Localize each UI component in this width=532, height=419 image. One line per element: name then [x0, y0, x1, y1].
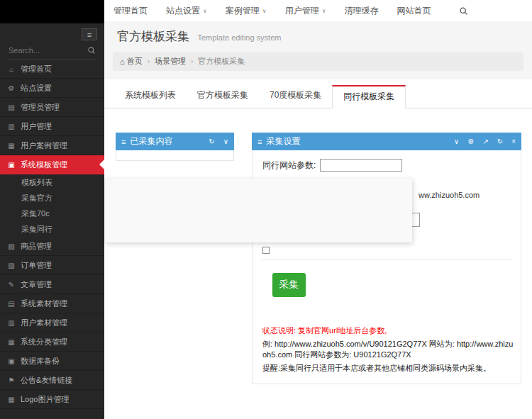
blank-overlay	[105, 179, 412, 242]
list-icon: ≡	[257, 138, 262, 146]
refresh-icon[interactable]: ↻	[497, 138, 503, 145]
gear-icon: ⚙	[7, 84, 16, 92]
breadcrumb: ⌂ 首页 › 场景管理 › 官方模板采集	[113, 52, 523, 71]
tab-system-template-list[interactable]: 系统模板列表	[114, 85, 187, 108]
hamburger-icon[interactable]: ≡	[82, 28, 97, 40]
sidebar-item-label: 用户案例管理	[21, 140, 67, 151]
sidebar-item-label: 订单管理	[21, 260, 52, 271]
chevron-down-icon[interactable]: ∨	[454, 138, 459, 145]
sidebar-item-admin-management[interactable]: ▤ 管理员管理	[0, 98, 104, 117]
sidebar-search	[7, 44, 97, 60]
collect-button[interactable]: 采集	[272, 273, 306, 297]
edit-icon: ✎	[7, 281, 16, 289]
settings-panel-title: 采集设置	[266, 135, 445, 147]
breadcrumb-home[interactable]: ⌂ 首页	[120, 56, 143, 67]
peer-param-input[interactable]	[320, 159, 402, 172]
topbar-item-admin-home[interactable]: 管理首页	[104, 0, 157, 21]
topbar-item-user-management[interactable]: 用户管理 ∨	[276, 0, 336, 21]
divider	[261, 259, 512, 259]
close-icon[interactable]: ×	[511, 138, 516, 145]
refresh-icon[interactable]: ↻	[209, 138, 214, 145]
templates-icon: ▣	[7, 161, 16, 169]
sidebar-menu: ⌂ 管理首页 ⚙ 站点设置 ▤ 管理员管理 ▥ 用户管理 ▦ 用户案例管理 ▣ …	[0, 60, 104, 409]
users-icon: ▥	[7, 123, 16, 130]
status-note: 状态说明: 复制官网url地址后台参数,	[262, 325, 387, 336]
chevron-down-icon[interactable]: ∨	[223, 138, 228, 145]
page-header: 官方模板采集 Template editing system ⌂ 首页 › 场景…	[104, 21, 532, 79]
example-text: 例: http://www.zhizuoh5.com/v/U90121G2Q77…	[262, 339, 514, 360]
orders-icon: ▨	[7, 262, 16, 269]
sidebar-item-logo[interactable]: ▦ Logo图片管理	[0, 390, 104, 409]
submenu-item-label: 模板列表	[21, 177, 52, 188]
collected-panel-header: ≡ 已采集内容 ↻ ∨	[116, 133, 234, 150]
page-subtitle: Template editing system	[197, 33, 281, 42]
sidebar-item-label: 系统分类管理	[21, 337, 67, 347]
sidebar-item-categories[interactable]: ▦ 系统分类管理	[0, 333, 104, 352]
breadcrumb-scene-management[interactable]: 场景管理	[155, 56, 186, 67]
goods-icon: ▧	[7, 242, 16, 250]
settings-panel: ≡ 采集设置 ∨ ⚙ ↗ ↻ × 同行网站参数: ww.zhizuoh5.com	[252, 133, 521, 384]
topbar: 管理首页 站点设置 ∨ 案例管理 ∨ 用户管理 ∨ 清理缓存 网站首页	[104, 0, 532, 21]
sidebar-item-user-management[interactable]: ▥ 用户管理	[0, 117, 104, 136]
database-icon: ▣	[7, 357, 16, 365]
sidebar-item-label: 管理首页	[21, 64, 52, 74]
topbar-item-clear-cache[interactable]: 清理缓存	[336, 0, 388, 21]
option-checkbox[interactable]	[262, 247, 270, 254]
submenu-item-collect-peer[interactable]: 采集同行	[0, 221, 104, 237]
submenu-item-label: 采集同行	[21, 224, 52, 235]
collected-panel-title: 已采集内容	[130, 135, 200, 147]
topbar-item-label: 站点设置	[166, 5, 200, 17]
sidebar-item-articles[interactable]: ✎ 文章管理	[0, 275, 104, 294]
home-icon: ⌂	[120, 57, 125, 66]
sidebar-item-label: 用户素材管理	[21, 318, 67, 328]
sidebar-item-announcements[interactable]: ⚑ 公告&友情链接	[0, 371, 104, 390]
submenu-item-label: 采集官方	[21, 193, 52, 203]
tab-peer-collect[interactable]: 同行模板采集	[332, 85, 406, 108]
sidebar-item-label: 站点设置	[21, 83, 52, 94]
topbar-item-label: 案例管理	[226, 5, 260, 17]
gear-icon[interactable]: ⚙	[467, 138, 474, 145]
topbar-item-case-management[interactable]: 案例管理 ∨	[216, 0, 276, 21]
submenu-item-collect-70c[interactable]: 采集70c	[0, 206, 104, 221]
sidebar-item-orders[interactable]: ▨ 订单管理	[0, 256, 104, 275]
collected-panel: ≡ 已采集内容 ↻ ∨	[116, 133, 234, 161]
topbar-item-site-settings[interactable]: 站点设置 ∨	[157, 0, 216, 21]
sidebar-item-db-backup[interactable]: ▣ 数据库备份	[0, 352, 104, 371]
sidebar-item-home[interactable]: ⌂ 管理首页	[0, 60, 104, 79]
sidebar: ≡ ⌂ 管理首页 ⚙ 站点设置 ▤ 管理员管理 ▥ 用户管理 ▦ 用户案例管理	[0, 0, 104, 419]
breadcrumb-label: 首页	[127, 56, 143, 67]
image-icon: ▦	[7, 396, 16, 403]
sidebar-item-label: Logo图片管理	[21, 394, 69, 405]
sidebar-item-user-assets[interactable]: ▥ 用户素材管理	[0, 313, 104, 333]
sidebar-item-label: 商品管理	[21, 241, 52, 252]
breadcrumb-separator: ›	[148, 57, 150, 65]
categories-icon: ▦	[7, 338, 16, 346]
tab-strip: 系统模板列表 官方模板采集 70度模板采集 同行模板采集	[104, 79, 532, 108]
tab-70-collect[interactable]: 70度模板采集	[259, 85, 332, 108]
sidebar-item-label: 系统素材管理	[21, 298, 67, 309]
url-text-fragment: ww.zhizuoh5.com	[419, 191, 480, 199]
sidebar-search-input[interactable]	[9, 46, 87, 55]
sidebar-item-label: 用户管理	[21, 121, 52, 132]
chevron-down-icon: ∨	[322, 8, 326, 14]
content-card: 系统模板列表 官方模板采集 70度模板采集 同行模板采集 ≡ 已采集内容 ↻ ∨…	[104, 79, 532, 419]
sidebar-item-goods[interactable]: ▧ 商品管理	[0, 237, 104, 256]
sidebar-item-system-templates[interactable]: ▣ 系统模板管理	[0, 155, 104, 174]
topbar-item-label: 管理首页	[113, 5, 148, 17]
list-icon: ≡	[121, 138, 126, 146]
sidebar-item-user-cases[interactable]: ▦ 用户案例管理	[0, 136, 104, 155]
submenu-item-collect-official[interactable]: 采集官方	[0, 190, 104, 206]
search-icon	[87, 46, 96, 55]
submenu-item-template-list[interactable]: 模板列表	[0, 174, 104, 190]
topbar-search-icon[interactable]	[452, 0, 475, 21]
settings-panel-header: ≡ 采集设置 ∨ ⚙ ↗ ↻ ×	[252, 133, 521, 150]
topbar-item-label: 用户管理	[285, 5, 319, 17]
expand-icon[interactable]: ↗	[482, 138, 488, 145]
sidebar-item-system-assets[interactable]: ▤ 系统素材管理	[0, 294, 104, 313]
tab-official-collect[interactable]: 官方模板采集	[187, 85, 259, 108]
sidebar-brand	[0, 0, 104, 23]
sidebar-item-site-settings[interactable]: ⚙ 站点设置	[0, 79, 104, 98]
topbar-item-label: 清理缓存	[345, 5, 379, 17]
topbar-item-site-home[interactable]: 网站首页	[388, 0, 440, 21]
assets-icon: ▤	[7, 300, 16, 308]
